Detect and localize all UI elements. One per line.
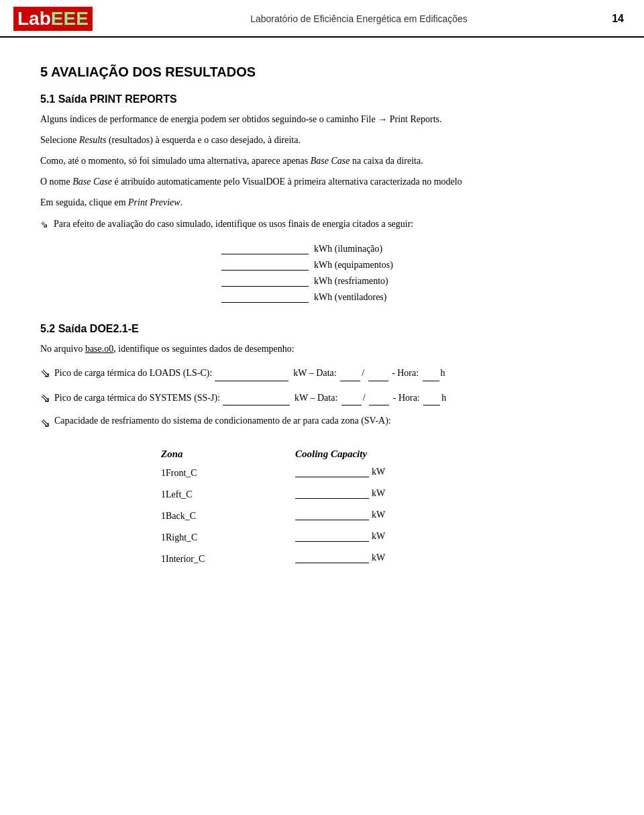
table-row: 1Back_CkW bbox=[154, 506, 490, 527]
kwh-label-3: kWh (resfriamento) bbox=[314, 276, 388, 287]
capacity-unit-0: kW bbox=[372, 467, 385, 477]
capacity-fill-0 bbox=[295, 477, 369, 477]
zone-name-4: 1Interior_C bbox=[154, 548, 288, 570]
capacity-fill-4 bbox=[295, 563, 369, 563]
bullet52-1: ⇘ Pico de carga térmica do LOADS (LS-C):… bbox=[40, 364, 604, 383]
kwh-label-1: kWh (iluminação) bbox=[314, 244, 382, 254]
systems-date-day bbox=[341, 405, 362, 405]
col-header-capacity: Cooling Capacity bbox=[288, 446, 490, 463]
bullet51-1-text: Para efeito de avaliação do caso simulad… bbox=[54, 219, 413, 230]
bullet52-2-text: Pico de carga térmica do SYSTEMS (SS-J):… bbox=[54, 391, 446, 405]
capacity-fill-1 bbox=[295, 498, 369, 499]
para51-5: Em seguida, clique em Print Preview. bbox=[40, 195, 604, 209]
table-row: 1Front_CkW bbox=[154, 463, 490, 484]
print-preview-italic: Print Preview bbox=[128, 197, 180, 207]
kwh-row-2: kWh (equipamentos) bbox=[221, 260, 423, 271]
capacity-unit-3: kW bbox=[372, 531, 385, 542]
kwh-label-2: kWh (equipamentos) bbox=[314, 260, 393, 271]
col-header-zone: Zona bbox=[154, 446, 288, 463]
capacity-unit-2: kW bbox=[372, 510, 385, 520]
capacity-cell-0: kW bbox=[288, 463, 490, 484]
table-row: 1Left_CkW bbox=[154, 484, 490, 506]
capacity-cell-1: kW bbox=[288, 484, 490, 506]
base-case-italic-1: Base Case bbox=[311, 156, 350, 166]
cooling-table: Zona Cooling Capacity 1Front_CkW1Left_Ck… bbox=[154, 446, 490, 570]
kwh-row-3: kWh (resfriamento) bbox=[221, 276, 423, 287]
loads-date-day bbox=[340, 381, 360, 381]
bullet-arrow-systems: ⇘ bbox=[40, 389, 50, 408]
page: LabEEE Laboratório de Eficiência Energét… bbox=[0, 0, 644, 815]
base-case-italic-2: Base Case bbox=[72, 177, 112, 187]
systems-hora bbox=[423, 405, 440, 405]
section5-heading: 5 AVALIAÇÃO DOS RESULTADOS bbox=[40, 64, 604, 80]
kwh-fill-4 bbox=[221, 302, 309, 303]
capacity-fill-3 bbox=[295, 541, 369, 542]
subsection52-heading: 5.2 Saída DOE2.1-E bbox=[40, 323, 604, 335]
loads-date-month bbox=[368, 381, 388, 381]
bullet52-1-text: Pico de carga térmica do LOADS (LS-C): k… bbox=[54, 366, 445, 381]
para52-1: No arquivo base.o0, identifique os segui… bbox=[40, 342, 604, 356]
page-number: 14 bbox=[612, 13, 624, 25]
para51-2: Selecione Results (resultados) à esquerd… bbox=[40, 133, 604, 147]
header: LabEEE Laboratório de Eficiência Energét… bbox=[0, 0, 644, 38]
zone-name-3: 1Right_C bbox=[154, 527, 288, 548]
loads-hora bbox=[423, 381, 439, 381]
kwh-fill-1 bbox=[221, 254, 309, 254]
bullet52-3-text: Capacidade de resfriamento do sistema de… bbox=[54, 414, 391, 428]
para51-4: O nome Base Case é atribuído automaticam… bbox=[40, 175, 604, 189]
kwh-list: kWh (iluminação) kWh (equipamentos) kWh … bbox=[221, 244, 423, 303]
capacity-unit-1: kW bbox=[372, 488, 385, 499]
zone-name-1: 1Left_C bbox=[154, 484, 288, 506]
loads-fill bbox=[215, 381, 288, 381]
logo-eee: EEE bbox=[51, 8, 89, 30]
header-title: Laboratório de Eficiência Energética em … bbox=[106, 13, 612, 24]
kwh-fill-3 bbox=[221, 286, 309, 287]
kwh-row-4: kWh (ventiladores) bbox=[221, 292, 423, 303]
logo-image: LabEEE bbox=[13, 7, 93, 31]
capacity-cell-4: kW bbox=[288, 548, 490, 570]
bullet52-3: ⇘ Capacidade de resfriamento do sistema … bbox=[40, 414, 604, 433]
capacity-fill-2 bbox=[295, 520, 369, 520]
table-row: 1Right_CkW bbox=[154, 527, 490, 548]
bullet-arrow-loads: ⇘ bbox=[40, 364, 50, 383]
bullet-arrow-1: ⇘ bbox=[40, 219, 48, 230]
base-o0-link: base.o0 bbox=[85, 344, 113, 354]
kwh-label-4: kWh (ventiladores) bbox=[314, 292, 386, 303]
logo-lab: Lab bbox=[17, 8, 51, 30]
para51-1: Alguns índices de performance de energia… bbox=[40, 112, 604, 126]
logo: LabEEE bbox=[13, 7, 93, 31]
zone-name-2: 1Back_C bbox=[154, 506, 288, 527]
systems-fill bbox=[223, 405, 290, 405]
bullet51-1: ⇘ Para efeito de avaliação do caso simul… bbox=[40, 219, 604, 230]
kwh-fill-2 bbox=[221, 270, 309, 271]
zone-name-0: 1Front_C bbox=[154, 463, 288, 484]
subsection51-heading: 5.1 Saída PRINT REPORTS bbox=[40, 93, 604, 105]
capacity-unit-4: kW bbox=[372, 553, 385, 563]
kwh-row-1: kWh (iluminação) bbox=[221, 244, 423, 254]
capacity-cell-2: kW bbox=[288, 506, 490, 527]
para51-3: Como, até o momento, só foi simulado uma… bbox=[40, 154, 604, 168]
systems-date-month bbox=[369, 405, 389, 405]
table-row: 1Interior_CkW bbox=[154, 548, 490, 570]
content: 5 AVALIAÇÃO DOS RESULTADOS 5.1 Saída PRI… bbox=[0, 38, 644, 590]
bullet52-2: ⇘ Pico de carga térmica do SYSTEMS (SS-J… bbox=[40, 389, 604, 408]
capacity-cell-3: kW bbox=[288, 527, 490, 548]
results-italic: Results bbox=[79, 135, 106, 145]
bullet-arrow-cap: ⇘ bbox=[40, 414, 50, 433]
